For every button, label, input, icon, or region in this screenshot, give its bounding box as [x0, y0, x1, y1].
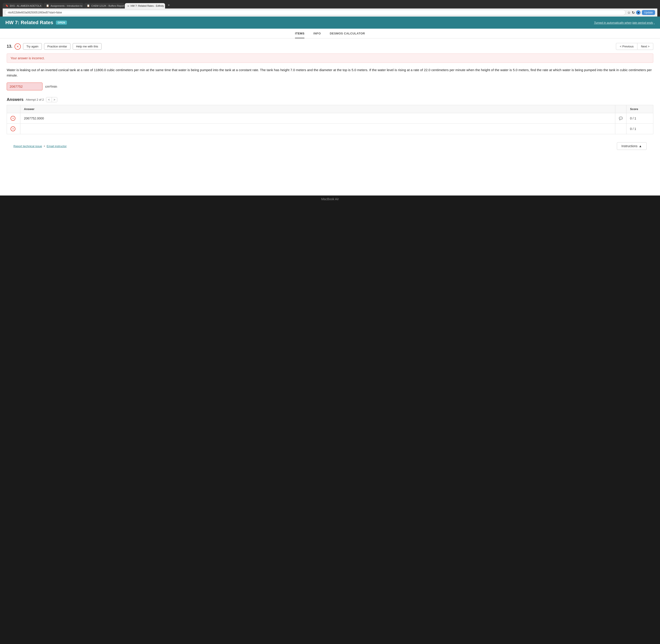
- row1-answer: 2067752.0000: [20, 113, 615, 124]
- question-header-left: 13. ✕ Try again Practice similar Help me…: [7, 43, 101, 50]
- question-text: Water is leaking out of an inverted coni…: [7, 67, 653, 78]
- tab-label: EKS - AL-AMEEN ADETOLA: [10, 4, 41, 7]
- answers-section: Answers Attempt 2 of 2 < > Answer Score: [7, 97, 653, 134]
- footer-separator: •: [44, 144, 45, 148]
- table-row: ✕ 2067752.0000 💬 0 / 1: [7, 113, 653, 124]
- auto-submit-text: Turned in automatically when late period…: [594, 21, 655, 24]
- email-instructor-link[interactable]: Email instructor: [47, 144, 67, 148]
- browser-buttons: ☆ ↻ ● Update: [627, 10, 655, 15]
- late-period-link[interactable]: late period ends: [632, 21, 653, 24]
- previous-button[interactable]: < Previous: [616, 43, 637, 50]
- tab-label: Assignments - Introduction to: [50, 4, 82, 7]
- table-row: ✕ 0 / 1: [7, 124, 653, 134]
- update-button[interactable]: Update: [642, 10, 655, 15]
- row2-status: ✕: [7, 124, 20, 134]
- practice-similar-button[interactable]: Practice similar: [44, 43, 70, 50]
- new-tab-button[interactable]: +: [165, 2, 172, 8]
- bookmark-icon[interactable]: ☆: [627, 10, 631, 15]
- row2-score: 0 / 1: [627, 124, 653, 134]
- row2-answer: [20, 124, 615, 134]
- tab-label: HW 7: Related Rates - Edfinity: [131, 4, 164, 7]
- page-title: HW 7: Related Rates: [5, 20, 53, 25]
- open-badge: OPEN: [56, 21, 67, 25]
- help-me-button[interactable]: Help me with this: [73, 43, 101, 50]
- nav-tabs: ITEMS INFO DESMOS CALCULATOR: [0, 29, 660, 39]
- page-container: HW 7: Related Rates OPEN Turned in autom…: [0, 17, 660, 196]
- row2-incorrect-icon: ✕: [10, 127, 16, 131]
- attempt-text: Attempt 2 of 2: [26, 98, 44, 101]
- answer-row: cm³/min: [7, 83, 653, 90]
- profile-icon[interactable]: ●: [636, 10, 640, 15]
- instructions-chevron-icon: ▲: [639, 144, 642, 148]
- row1-incorrect-icon: ✕: [10, 116, 16, 121]
- incorrect-icon: ✕: [15, 43, 21, 50]
- tab-label: CHEM 1212K - Buffers Report: [91, 4, 124, 7]
- tab-items[interactable]: ITEMS: [295, 32, 304, 38]
- taskbar: MacBook Air: [0, 196, 660, 203]
- report-technical-issue-link[interactable]: Report technical issue: [14, 144, 42, 148]
- tab-icon: ∞: [127, 4, 129, 7]
- try-again-button[interactable]: Try again: [23, 43, 42, 50]
- answer-input[interactable]: [7, 83, 43, 90]
- question-nav-buttons: < Previous Next >: [616, 43, 653, 50]
- tab-chem[interactable]: 📋 CHEM 1212K - Buffers Report ✕: [84, 3, 124, 8]
- refresh-icon[interactable]: ↻: [632, 10, 635, 15]
- instructions-button[interactable]: Instructions ▲: [617, 142, 646, 150]
- row2-empty: [615, 124, 627, 134]
- browser-chrome: 🔖 EKS - AL-AMEEN ADETOLA ✕ 📋 Assignments…: [0, 0, 660, 17]
- row1-score: 0 / 1: [627, 113, 653, 124]
- page-footer: Report technical issue • Email instructo…: [7, 139, 653, 154]
- question-number: 13.: [7, 44, 12, 49]
- tab-assignments[interactable]: 📋 Assignments - Introduction to ✕: [43, 3, 84, 8]
- footer-links: Report technical issue • Email instructo…: [14, 144, 67, 148]
- attempt-next-button[interactable]: >: [52, 97, 57, 102]
- next-button[interactable]: Next >: [637, 43, 653, 50]
- tab-icon: 📋: [87, 4, 90, 7]
- page-header: HW 7: Related Rates OPEN Turned in autom…: [0, 17, 660, 29]
- tab-info[interactable]: INFO: [313, 32, 321, 38]
- row1-status: ✕: [7, 113, 20, 124]
- tab-desmos[interactable]: DESMOS CALCULATOR: [330, 32, 365, 38]
- tab-icon: 🔖: [5, 4, 8, 7]
- address-bar: nts/622b8e603a08250051993ed5?start=false…: [3, 8, 657, 17]
- taskbar-label: MacBook Air: [321, 197, 339, 201]
- tab-hw7[interactable]: ∞ HW 7: Related Rates - Edfinity ✕: [125, 3, 165, 8]
- table-header-status: [7, 105, 20, 113]
- question-header: 13. ✕ Try again Practice similar Help me…: [7, 43, 653, 50]
- answers-table: Answer Score ✕ 2067752.0000 💬 0 / 1: [7, 105, 653, 134]
- tab-close-eks[interactable]: ✕: [43, 4, 43, 7]
- tab-eks[interactable]: 🔖 EKS - AL-AMEEN ADETOLA ✕: [3, 3, 43, 8]
- tab-icon: 📋: [46, 4, 49, 7]
- row1-comment-icon: 💬: [615, 113, 627, 124]
- table-header-score: Score: [627, 105, 653, 113]
- answer-unit: cm³/min: [45, 85, 57, 88]
- page-header-left: HW 7: Related Rates OPEN: [5, 20, 67, 25]
- incorrect-banner: Your answer is incorrect.: [7, 53, 653, 63]
- auto-submit-info: Turned in automatically when late period…: [594, 21, 655, 25]
- table-header-score-icon: [615, 105, 627, 113]
- instructions-label: Instructions: [621, 144, 638, 148]
- question-area: 13. ✕ Try again Practice similar Help me…: [0, 39, 660, 158]
- table-header-answer: Answer: [20, 105, 615, 113]
- attempt-nav: < >: [46, 97, 57, 102]
- answers-header: Answers Attempt 2 of 2 < >: [7, 97, 653, 102]
- attempt-prev-button[interactable]: <: [46, 97, 52, 102]
- address-input[interactable]: nts/622b8e603a08250051993ed5?start=false: [5, 10, 626, 15]
- answers-title: Answers: [7, 97, 23, 102]
- tab-bar: 🔖 EKS - AL-AMEEN ADETOLA ✕ 📋 Assignments…: [3, 2, 657, 8]
